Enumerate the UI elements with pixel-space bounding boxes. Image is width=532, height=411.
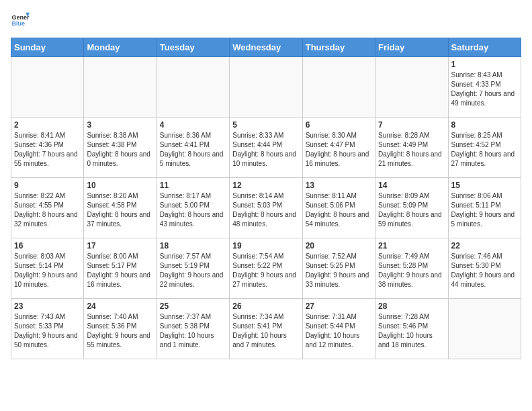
day-info: Sunrise: 8:41 AM Sunset: 4:36 PM Dayligh…	[14, 131, 81, 169]
day-number: 6	[306, 120, 372, 130]
calendar-cell: 21Sunrise: 7:49 AM Sunset: 5:28 PM Dayli…	[375, 238, 448, 299]
calendar-cell: 7Sunrise: 8:28 AM Sunset: 4:49 PM Daylig…	[375, 118, 448, 178]
day-number: 4	[160, 120, 226, 130]
calendar-cell: 27Sunrise: 7:31 AM Sunset: 5:44 PM Dayli…	[302, 299, 375, 359]
day-info: Sunrise: 8:25 AM Sunset: 4:52 PM Dayligh…	[451, 131, 518, 169]
week-row-3: 9Sunrise: 8:22 AM Sunset: 4:55 PM Daylig…	[11, 178, 521, 238]
day-number: 13	[306, 181, 372, 190]
weekday-header-row: SundayMondayTuesdayWednesdayThursdayFrid…	[11, 38, 521, 57]
weekday-header-sunday: Sunday	[11, 38, 84, 57]
day-number: 22	[451, 241, 518, 250]
day-number: 19	[232, 241, 299, 250]
calendar-cell	[157, 57, 229, 118]
day-info: Sunrise: 7:43 AM Sunset: 5:33 PM Dayligh…	[14, 312, 81, 350]
day-info: Sunrise: 8:36 AM Sunset: 4:41 PM Dayligh…	[160, 131, 226, 169]
week-row-2: 2Sunrise: 8:41 AM Sunset: 4:36 PM Daylig…	[11, 118, 521, 178]
weekday-header-friday: Friday	[375, 38, 448, 57]
calendar-cell: 5Sunrise: 8:33 AM Sunset: 4:44 PM Daylig…	[230, 118, 302, 178]
day-info: Sunrise: 7:52 AM Sunset: 5:25 PM Dayligh…	[306, 252, 372, 289]
calendar-cell: 12Sunrise: 8:14 AM Sunset: 5:03 PM Dayli…	[230, 178, 302, 238]
week-row-1: 1Sunrise: 8:43 AM Sunset: 4:33 PM Daylig…	[11, 57, 521, 118]
calendar-cell: 9Sunrise: 8:22 AM Sunset: 4:55 PM Daylig…	[11, 178, 84, 238]
day-info: Sunrise: 7:37 AM Sunset: 5:38 PM Dayligh…	[160, 312, 226, 350]
calendar-cell: 26Sunrise: 7:34 AM Sunset: 5:41 PM Dayli…	[230, 299, 302, 359]
day-number: 28	[378, 302, 445, 311]
calendar-cell	[375, 57, 448, 118]
day-info: Sunrise: 8:06 AM Sunset: 5:11 PM Dayligh…	[451, 191, 518, 229]
day-info: Sunrise: 7:57 AM Sunset: 5:19 PM Dayligh…	[160, 252, 226, 289]
calendar-cell: 11Sunrise: 8:17 AM Sunset: 5:00 PM Dayli…	[157, 178, 229, 238]
day-number: 24	[87, 302, 153, 311]
logo-icon: General Blue	[11, 11, 30, 30]
day-number: 2	[14, 120, 81, 130]
calendar-cell: 4Sunrise: 8:36 AM Sunset: 4:41 PM Daylig…	[157, 118, 229, 178]
calendar-cell: 17Sunrise: 8:00 AM Sunset: 5:17 PM Dayli…	[84, 238, 157, 299]
calendar-cell: 14Sunrise: 8:09 AM Sunset: 5:09 PM Dayli…	[375, 178, 448, 238]
calendar-cell	[11, 57, 84, 118]
day-info: Sunrise: 7:34 AM Sunset: 5:41 PM Dayligh…	[232, 312, 299, 350]
day-info: Sunrise: 7:49 AM Sunset: 5:28 PM Dayligh…	[378, 252, 445, 289]
weekday-header-tuesday: Tuesday	[157, 38, 229, 57]
day-info: Sunrise: 8:09 AM Sunset: 5:09 PM Dayligh…	[378, 191, 445, 229]
day-number: 14	[378, 181, 445, 190]
day-number: 16	[14, 241, 81, 250]
weekday-header-monday: Monday	[84, 38, 157, 57]
day-number: 27	[306, 302, 372, 311]
calendar-cell	[230, 57, 302, 118]
day-number: 20	[306, 241, 372, 250]
day-number: 23	[14, 302, 81, 311]
weekday-header-saturday: Saturday	[448, 38, 521, 57]
day-number: 9	[14, 181, 81, 190]
day-info: Sunrise: 8:11 AM Sunset: 5:06 PM Dayligh…	[306, 191, 372, 229]
svg-text:Blue: Blue	[11, 20, 25, 27]
calendar-cell: 2Sunrise: 8:41 AM Sunset: 4:36 PM Daylig…	[11, 118, 84, 178]
calendar-cell: 16Sunrise: 8:03 AM Sunset: 5:14 PM Dayli…	[11, 238, 84, 299]
day-info: Sunrise: 8:28 AM Sunset: 4:49 PM Dayligh…	[378, 131, 445, 169]
day-number: 11	[160, 181, 226, 190]
calendar-cell: 6Sunrise: 8:30 AM Sunset: 4:47 PM Daylig…	[302, 118, 375, 178]
day-info: Sunrise: 8:14 AM Sunset: 5:03 PM Dayligh…	[232, 191, 299, 229]
calendar-cell: 8Sunrise: 8:25 AM Sunset: 4:52 PM Daylig…	[448, 118, 521, 178]
day-number: 8	[451, 120, 518, 130]
day-info: Sunrise: 8:38 AM Sunset: 4:38 PM Dayligh…	[87, 131, 153, 169]
week-row-5: 23Sunrise: 7:43 AM Sunset: 5:33 PM Dayli…	[11, 299, 521, 359]
calendar-cell: 25Sunrise: 7:37 AM Sunset: 5:38 PM Dayli…	[157, 299, 229, 359]
week-row-4: 16Sunrise: 8:03 AM Sunset: 5:14 PM Dayli…	[11, 238, 521, 299]
day-info: Sunrise: 8:03 AM Sunset: 5:14 PM Dayligh…	[14, 252, 81, 289]
calendar-cell: 1Sunrise: 8:43 AM Sunset: 4:33 PM Daylig…	[448, 57, 521, 118]
day-number: 10	[87, 181, 153, 190]
calendar-table: SundayMondayTuesdayWednesdayThursdayFrid…	[11, 38, 521, 359]
calendar-cell: 3Sunrise: 8:38 AM Sunset: 4:38 PM Daylig…	[84, 118, 157, 178]
day-info: Sunrise: 7:54 AM Sunset: 5:22 PM Dayligh…	[232, 252, 299, 289]
day-number: 5	[232, 120, 299, 130]
day-info: Sunrise: 8:30 AM Sunset: 4:47 PM Dayligh…	[306, 131, 372, 169]
day-number: 26	[232, 302, 299, 311]
calendar-cell: 28Sunrise: 7:28 AM Sunset: 5:46 PM Dayli…	[375, 299, 448, 359]
day-number: 25	[160, 302, 226, 311]
calendar-cell: 19Sunrise: 7:54 AM Sunset: 5:22 PM Dayli…	[230, 238, 302, 299]
day-number: 7	[378, 120, 445, 130]
calendar-cell	[302, 57, 375, 118]
day-number: 12	[232, 181, 299, 190]
calendar-cell: 22Sunrise: 7:46 AM Sunset: 5:30 PM Dayli…	[448, 238, 521, 299]
calendar-cell: 10Sunrise: 8:20 AM Sunset: 4:58 PM Dayli…	[84, 178, 157, 238]
day-number: 15	[451, 181, 518, 190]
calendar-cell: 24Sunrise: 7:40 AM Sunset: 5:36 PM Dayli…	[84, 299, 157, 359]
calendar-cell	[84, 57, 157, 118]
logo: General Blue	[11, 11, 30, 30]
calendar-cell	[448, 299, 521, 359]
page-header: General Blue	[11, 11, 521, 30]
day-info: Sunrise: 8:43 AM Sunset: 4:33 PM Dayligh…	[451, 71, 518, 108]
calendar-cell: 20Sunrise: 7:52 AM Sunset: 5:25 PM Dayli…	[302, 238, 375, 299]
day-info: Sunrise: 8:22 AM Sunset: 4:55 PM Dayligh…	[14, 191, 81, 229]
day-info: Sunrise: 7:28 AM Sunset: 5:46 PM Dayligh…	[378, 312, 445, 350]
calendar-cell: 23Sunrise: 7:43 AM Sunset: 5:33 PM Dayli…	[11, 299, 84, 359]
weekday-header-thursday: Thursday	[302, 38, 375, 57]
day-info: Sunrise: 8:17 AM Sunset: 5:00 PM Dayligh…	[160, 191, 226, 229]
calendar-cell: 15Sunrise: 8:06 AM Sunset: 5:11 PM Dayli…	[448, 178, 521, 238]
weekday-header-wednesday: Wednesday	[230, 38, 302, 57]
day-info: Sunrise: 8:00 AM Sunset: 5:17 PM Dayligh…	[87, 252, 153, 289]
calendar-cell: 18Sunrise: 7:57 AM Sunset: 5:19 PM Dayli…	[157, 238, 229, 299]
day-info: Sunrise: 8:33 AM Sunset: 4:44 PM Dayligh…	[232, 131, 299, 169]
day-number: 18	[160, 241, 226, 250]
